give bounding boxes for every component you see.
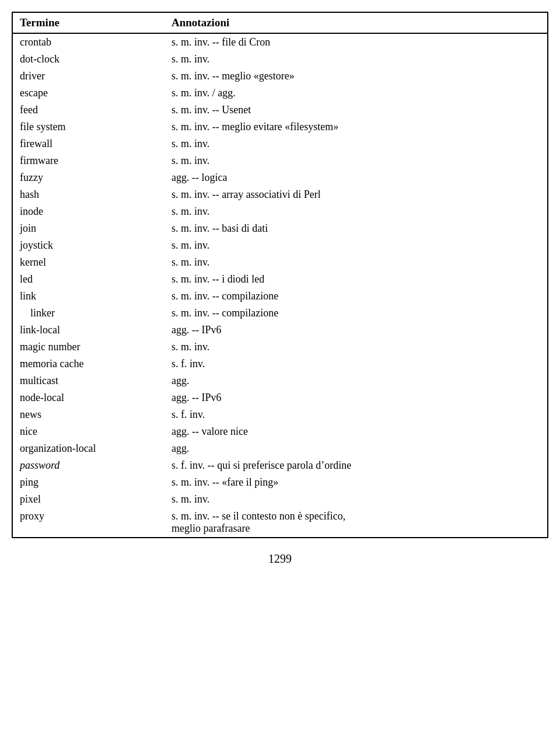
term-cell: led (13, 271, 164, 288)
term-cell: joystick (13, 237, 164, 254)
table-row: feeds. m. inv. -- Usenet (13, 102, 547, 118)
table-row: magic numbers. m. inv. (13, 339, 547, 355)
term-cell: nice (13, 423, 164, 440)
term-cell: linker (13, 305, 164, 322)
term-cell: multicast (13, 372, 164, 389)
table-row: fuzzyagg. -- logica (13, 169, 547, 186)
term-cell: magic number (13, 339, 164, 355)
term-cell: hash (13, 186, 164, 203)
term-cell: link-local (13, 322, 164, 339)
table-row: newss. f. inv. (13, 406, 547, 423)
annotation-cell: agg. -- IPv6 (164, 322, 547, 339)
annotation-cell: s. m. inv. (164, 203, 547, 220)
table-row: hashs. m. inv. -- array associativi di P… (13, 186, 547, 203)
annotation-cell: s. m. inv. -- i diodi led (164, 271, 547, 288)
annotation-cell: agg. (164, 372, 547, 389)
annotation-cell: s. m. inv. (164, 254, 547, 271)
page-number: 1299 (268, 552, 292, 566)
annotation-cell: agg. (164, 440, 547, 457)
annotation-cell: s. m. inv. (164, 237, 547, 254)
col-header-termine: Termine (13, 13, 164, 33)
term-cell: link (13, 288, 164, 305)
table-row: firmwares. m. inv. (13, 152, 547, 169)
annotation-cell: s. m. inv. (164, 51, 547, 68)
term-cell: dot-clock (13, 51, 164, 68)
annotation-cell: s. m. inv. / agg. (164, 85, 547, 102)
annotation-cell: agg. -- valore nice (164, 423, 547, 440)
term-cell: ping (13, 474, 164, 491)
table-header-row: Termine Annotazioni (13, 13, 547, 33)
table-row: joins. m. inv. -- basi di dati (13, 220, 547, 237)
annotation-cell: s. m. inv. -- compilazione (164, 288, 547, 305)
annotation-cell: s. m. inv. -- meglio evitare «filesystem… (164, 118, 547, 135)
table-row: links. m. inv. -- compilazione (13, 288, 547, 305)
table-row: pings. m. inv. -- «fare il ping» (13, 474, 547, 491)
table-row: dot-clocks. m. inv. (13, 51, 547, 68)
term-cell: news (13, 406, 164, 423)
annotation-cell: s. m. inv. -- «fare il ping» (164, 474, 547, 491)
annotation-cell: s. f. inv. -- qui si preferisce parola d… (164, 457, 547, 474)
term-cell: inode (13, 203, 164, 220)
term-cell: file system (13, 118, 164, 135)
table-row: link-localagg. -- IPv6 (13, 322, 547, 339)
table-row: kernels. m. inv. (13, 254, 547, 271)
glossary-table: Termine Annotazioni crontabs. m. inv. --… (13, 13, 547, 537)
table-row: escapes. m. inv. / agg. (13, 85, 547, 102)
table-row: linkers. m. inv. -- compilazione (13, 305, 547, 322)
table-row: leds. m. inv. -- i diodi led (13, 271, 547, 288)
annotation-cell: s. m. inv. -- array associativi di Perl (164, 186, 547, 203)
table-row: pixels. m. inv. (13, 491, 547, 508)
annotation-cell: agg. -- logica (164, 169, 547, 186)
annotation-cell: s. m. inv. -- compilazione (164, 305, 547, 322)
table-row: niceagg. -- valore nice (13, 423, 547, 440)
term-cell: fuzzy (13, 169, 164, 186)
annotation-cell: s. m. inv. -- meglio «gestore» (164, 68, 547, 85)
annotation-cell: s. m. inv. -- basi di dati (164, 220, 547, 237)
table-row: file systems. m. inv. -- meglio evitare … (13, 118, 547, 135)
term-cell: proxy (13, 508, 164, 537)
term-cell: feed (13, 102, 164, 118)
table-row: drivers. m. inv. -- meglio «gestore» (13, 68, 547, 85)
annotation-cell: s. m. inv. (164, 135, 547, 152)
table-row: memoria caches. f. inv. (13, 355, 547, 372)
term-cell: node-local (13, 389, 164, 406)
term-cell: join (13, 220, 164, 237)
term-cell: organization-local (13, 440, 164, 457)
annotation-cell: s. f. inv. (164, 406, 547, 423)
main-table-container: Termine Annotazioni crontabs. m. inv. --… (12, 12, 548, 538)
annotation-cell: s. m. inv. (164, 491, 547, 508)
term-cell: kernel (13, 254, 164, 271)
annotation-cell: s. f. inv. (164, 355, 547, 372)
annotation-cell: s. m. inv. -- Usenet (164, 102, 547, 118)
term-cell: escape (13, 85, 164, 102)
term-cell: firewall (13, 135, 164, 152)
annotation-cell: s. m. inv. (164, 339, 547, 355)
col-header-annotazioni: Annotazioni (164, 13, 547, 33)
table-row: proxys. m. inv. -- se il contesto non è … (13, 508, 547, 537)
table-row: organization-localagg. (13, 440, 547, 457)
term-cell: crontab (13, 33, 164, 51)
table-row: node-localagg. -- IPv6 (13, 389, 547, 406)
annotation-cell: s. m. inv. (164, 152, 547, 169)
term-cell: memoria cache (13, 355, 164, 372)
term-cell: password (13, 457, 164, 474)
table-row: crontabs. m. inv. -- file di Cron (13, 33, 547, 51)
table-row: firewalls. m. inv. (13, 135, 547, 152)
table-row: passwords. f. inv. -- qui si preferisce … (13, 457, 547, 474)
annotation-cell: s. m. inv. -- file di Cron (164, 33, 547, 51)
annotation-cell: agg. -- IPv6 (164, 389, 547, 406)
annotation-cell: s. m. inv. -- se il contesto non è speci… (164, 508, 547, 537)
term-cell: pixel (13, 491, 164, 508)
table-row: multicastagg. (13, 372, 547, 389)
term-cell: driver (13, 68, 164, 85)
table-row: joysticks. m. inv. (13, 237, 547, 254)
term-cell: firmware (13, 152, 164, 169)
table-row: inodes. m. inv. (13, 203, 547, 220)
